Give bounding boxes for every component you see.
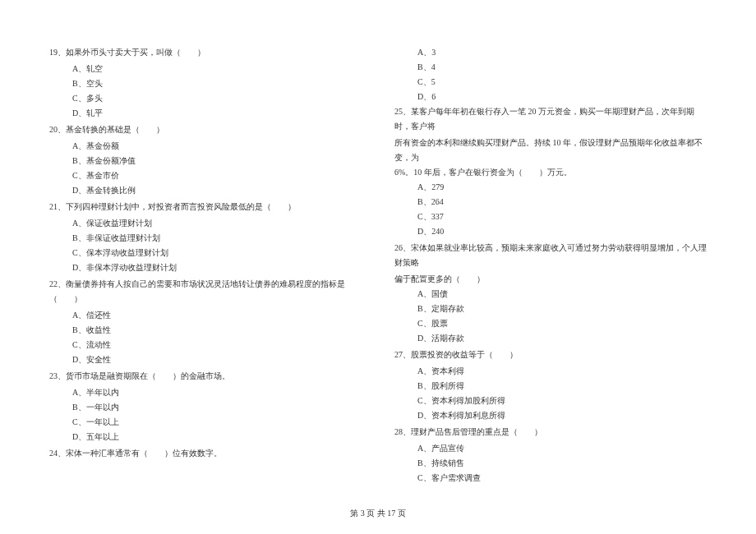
option-b: B、持续销售 <box>417 456 707 471</box>
question-text: 24、宋体一种汇率通常有（ ）位有效数字。 <box>49 446 362 461</box>
question-body: 下列四种理财计划中，对投资者而言投资风险最低的是（ ） <box>66 202 296 211</box>
option-b: B、非保证收益理财计划 <box>72 231 362 246</box>
option-c: C、客户需求调查 <box>417 471 707 486</box>
right-column: A、3 B、4 C、5 D、6 25、某客户每年年初在银行存入一笔 20 万元资… <box>394 45 707 487</box>
question-body: 衡量债券持有人按自己的需要和市场状况灵活地转让债券的难易程度的指标是（ ） <box>49 279 345 303</box>
question-number: 24、 <box>49 449 66 458</box>
question-text: 19、如果外币头寸卖大于买，叫做（ ） <box>49 45 362 60</box>
question-text: 27、股票投资的收益等于（ ） <box>394 348 707 362</box>
question-27: 27、股票投资的收益等于（ ） A、资本利得 B、股利所得 C、资本利得加股利所… <box>394 348 707 423</box>
option-c: C、保本浮动收益理财计划 <box>72 246 362 260</box>
options-list: A、产品宣传 B、持续销售 C、客户需求调查 <box>417 441 707 486</box>
left-column: 19、如果外币头寸卖大于买，叫做（ ） A、轧空 B、空头 C、多头 D、轧平 … <box>49 45 362 487</box>
question-body: 货币市场是融资期限在（ ）的金融市场。 <box>66 371 230 380</box>
option-a: A、半年以内 <box>72 385 362 400</box>
option-c: C、资本利得加股利所得 <box>417 394 707 408</box>
question-line-1: 股票投资的收益等于（ ） <box>411 350 518 359</box>
question-line-3: 6%。10 年后，客户在银行资金为（ ）万元。 <box>394 165 707 180</box>
question-line-2: 偏于配置更多的（ ） <box>394 272 707 287</box>
question-body: 宋体一种汇率通常有（ ）位有效数字。 <box>66 449 222 458</box>
option-b: B、收益性 <box>72 323 362 338</box>
option-a: A、资本利得 <box>417 364 707 379</box>
question-number: 26、 <box>394 243 411 252</box>
question-body: 如果外币头寸卖大于买，叫做（ ） <box>66 48 205 57</box>
options-list: A、279 B、264 C、337 D、240 <box>417 180 707 239</box>
option-d: D、活期存款 <box>417 331 707 346</box>
option-a: A、轧空 <box>72 62 362 76</box>
option-a: A、产品宣传 <box>417 441 707 456</box>
question-23: 23、货币市场是融资期限在（ ）的金融市场。 A、半年以内 B、一年以内 C、一… <box>49 369 362 444</box>
question-22: 22、衡量债券持有人按自己的需要和市场状况灵活地转让债券的难易程度的指标是（ ）… <box>49 277 362 367</box>
option-c: C、337 <box>417 209 707 224</box>
document-content: 19、如果外币头寸卖大于买，叫做（ ） A、轧空 B、空头 C、多头 D、轧平 … <box>49 45 707 487</box>
option-c: C、流动性 <box>72 338 362 352</box>
question-19: 19、如果外币头寸卖大于买，叫做（ ） A、轧空 B、空头 C、多头 D、轧平 <box>49 45 362 121</box>
options-list: A、国债 B、定期存款 C、股票 D、活期存款 <box>417 287 707 346</box>
question-number: 19、 <box>49 48 66 57</box>
question-21: 21、下列四种理财计划中，对投资者而言投资风险最低的是（ ） A、保证收益理财计… <box>49 200 362 275</box>
option-d: D、非保本浮动收益理财计划 <box>72 260 362 275</box>
options-list: A、基金份额 B、基金份额净值 C、基金市价 D、基金转换比例 <box>72 139 362 198</box>
option-c: C、基金市价 <box>72 168 362 183</box>
question-20: 20、基金转换的基础是（ ） A、基金份额 B、基金份额净值 C、基金市价 D、… <box>49 122 362 198</box>
option-d: D、资本利得加利息所得 <box>417 408 707 423</box>
option-d: D、基金转换比例 <box>72 183 362 198</box>
question-line-1: 理财产品售后管理的重点是（ ） <box>411 427 542 436</box>
option-a: A、基金份额 <box>72 139 362 154</box>
q24-options-continuation: A、3 B、4 C、5 D、6 <box>417 45 707 104</box>
question-number: 22、 <box>49 279 66 288</box>
option-c: C、多头 <box>72 91 362 106</box>
option-b: B、定期存款 <box>417 302 707 316</box>
option-b: B、264 <box>417 195 707 209</box>
question-body: 基金转换的基础是（ ） <box>66 125 164 134</box>
option-a: A、279 <box>417 180 707 195</box>
option-b: B、4 <box>417 60 707 75</box>
question-number: 27、 <box>394 350 411 359</box>
question-25: 25、某客户每年年初在银行存入一笔 20 万元资金，购买一年期理财产品，次年到期… <box>394 104 707 239</box>
option-d: D、安全性 <box>72 352 362 367</box>
option-c: C、股票 <box>417 316 707 331</box>
option-c: C、5 <box>417 75 707 90</box>
question-text: 20、基金转换的基础是（ ） <box>49 122 362 137</box>
option-d: D、五年以上 <box>72 430 362 444</box>
question-line-1: 某客户每年年初在银行存入一笔 20 万元资金，购买一年期理财产品，次年到期时，客… <box>394 107 694 131</box>
question-number: 20、 <box>49 125 66 134</box>
question-24: 24、宋体一种汇率通常有（ ）位有效数字。 <box>49 446 362 461</box>
question-text: 28、理财产品售后管理的重点是（ ） <box>394 425 707 440</box>
question-line-2: 所有资金的本利和继续购买理财产品。持续 10 年，假设理财产品预期年化收益率都不… <box>394 136 707 165</box>
option-d: D、240 <box>417 224 707 239</box>
option-b: B、空头 <box>72 76 362 91</box>
options-list: A、半年以内 B、一年以内 C、一年以上 D、五年以上 <box>72 385 362 444</box>
page-footer: 第 3 页 共 17 页 <box>0 508 756 519</box>
option-b: B、股利所得 <box>417 379 707 394</box>
option-a: A、偿还性 <box>72 308 362 323</box>
option-d: D、轧平 <box>72 106 362 121</box>
options-list: A、资本利得 B、股利所得 C、资本利得加股利所得 D、资本利得加利息所得 <box>417 364 707 423</box>
question-text: 22、衡量债券持有人按自己的需要和市场状况灵活地转让债券的难易程度的指标是（ ） <box>49 277 362 306</box>
question-number: 23、 <box>49 371 66 380</box>
option-c: C、一年以上 <box>72 415 362 430</box>
question-26: 26、宋体如果就业率比较高，预期未来家庭收入可通过努力劳动获得明显增加，个人理财… <box>394 241 707 346</box>
question-text: 21、下列四种理财计划中，对投资者而言投资风险最低的是（ ） <box>49 200 362 214</box>
question-number: 21、 <box>49 202 66 211</box>
option-a: A、国债 <box>417 287 707 302</box>
option-b: B、一年以内 <box>72 400 362 415</box>
question-line-1: 宋体如果就业率比较高，预期未来家庭收入可通过努力劳动获得明显增加，个人理财策略 <box>394 243 707 267</box>
option-a: A、3 <box>417 45 707 60</box>
question-number: 28、 <box>394 427 411 436</box>
question-text: 25、某客户每年年初在银行存入一笔 20 万元资金，购买一年期理财产品，次年到期… <box>394 104 707 134</box>
option-b: B、基金份额净值 <box>72 154 362 168</box>
options-list: A、轧空 B、空头 C、多头 D、轧平 <box>72 62 362 121</box>
option-d: D、6 <box>417 90 707 104</box>
question-number: 25、 <box>394 107 411 116</box>
question-text: 26、宋体如果就业率比较高，预期未来家庭收入可通过努力劳动获得明显增加，个人理财… <box>394 241 707 270</box>
options-list: A、保证收益理财计划 B、非保证收益理财计划 C、保本浮动收益理财计划 D、非保… <box>72 216 362 275</box>
question-text: 23、货币市场是融资期限在（ ）的金融市场。 <box>49 369 362 384</box>
question-28: 28、理财产品售后管理的重点是（ ） A、产品宣传 B、持续销售 C、客户需求调… <box>394 425 707 486</box>
option-a: A、保证收益理财计划 <box>72 216 362 231</box>
options-list: A、偿还性 B、收益性 C、流动性 D、安全性 <box>72 308 362 367</box>
